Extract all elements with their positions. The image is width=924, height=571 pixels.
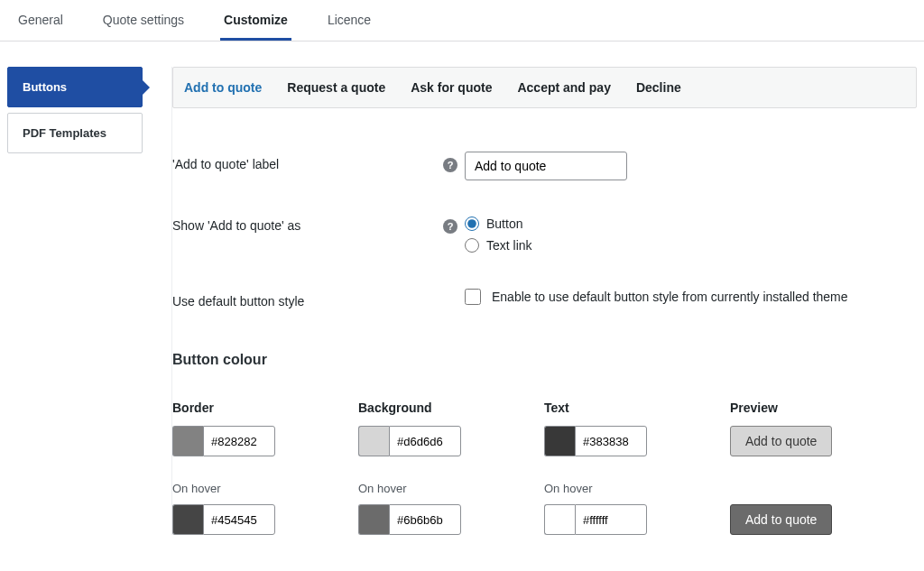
head-preview: Preview <box>730 401 894 426</box>
tab-general[interactable]: General <box>14 0 67 41</box>
row-show-as: Show 'Add to quote' as ? Button Text lin… <box>172 197 917 272</box>
cell-text-hover: On hover <box>544 482 708 535</box>
content-panel: Add to quote Request a quote Ask for quo… <box>171 67 917 535</box>
radio-button[interactable] <box>465 216 479 231</box>
label-on-hover-border: On hover <box>172 482 337 504</box>
cell-border: Border <box>172 401 337 456</box>
side-nav: Buttons PDF Templates <box>7 67 143 535</box>
cell-preview: Preview Add to quote <box>730 401 894 456</box>
radio-button-option[interactable]: Button <box>465 213 917 235</box>
head-border: Border <box>172 401 337 426</box>
head-text: Text <box>544 401 708 426</box>
section-title-button-colour: Button colour <box>172 325 917 375</box>
cell-background: Background <box>358 401 522 456</box>
radio-text-link-label: Text link <box>486 238 532 253</box>
label-show-as: Show 'Add to quote' as <box>172 213 443 233</box>
tab-quote-settings[interactable]: Quote settings <box>99 0 188 41</box>
swatch-text-hover[interactable] <box>544 504 575 535</box>
top-tabs: General Quote settings Customize Licence <box>0 0 924 41</box>
help-icon[interactable]: ? <box>443 158 457 172</box>
head-background: Background <box>358 401 522 426</box>
input-border-hover[interactable] <box>203 504 275 535</box>
input-text-hover[interactable] <box>575 504 647 535</box>
row-default-style: Use default button style Enable to use d… <box>172 272 917 325</box>
radio-button-label: Button <box>486 216 522 231</box>
inner-tab-add-to-quote[interactable]: Add to quote <box>184 80 262 95</box>
swatch-background-hover[interactable] <box>358 504 389 535</box>
default-style-description: Enable to use default button style from … <box>492 290 848 304</box>
swatch-border[interactable] <box>172 426 203 456</box>
label-on-hover-background: On hover <box>358 482 522 504</box>
inner-tab-accept-and-pay[interactable]: Accept and pay <box>517 80 610 95</box>
inner-tab-decline[interactable]: Decline <box>636 80 681 95</box>
color-grid: Border Background Text <box>172 375 894 535</box>
cell-text: Text <box>544 401 708 456</box>
add-to-quote-label-input[interactable] <box>465 152 627 180</box>
inner-tab-ask-for-quote[interactable]: Ask for quote <box>411 80 492 95</box>
input-background-hover[interactable] <box>389 504 461 535</box>
input-text[interactable] <box>575 426 647 456</box>
cell-border-hover: On hover <box>172 482 337 535</box>
main-area: Buttons PDF Templates Add to quote Reque… <box>0 41 924 535</box>
row-label: 'Add to quote' label ? <box>172 135 917 197</box>
sidebar-item-pdf-templates[interactable]: PDF Templates <box>7 113 143 153</box>
form-area: 'Add to quote' label ? Show 'Add to quot… <box>172 108 917 535</box>
radio-text-link[interactable] <box>465 238 479 253</box>
swatch-background[interactable] <box>358 426 389 456</box>
preview-button: Add to quote <box>730 426 832 456</box>
radio-text-link-option[interactable]: Text link <box>465 235 917 256</box>
tab-licence[interactable]: Licence <box>324 0 374 41</box>
inner-tabs: Add to quote Request a quote Ask for quo… <box>172 67 917 108</box>
sidebar-item-buttons[interactable]: Buttons <box>7 67 143 107</box>
cell-preview-hover: Add to quote <box>730 482 894 535</box>
label-default-style: Use default button style <box>172 289 443 309</box>
default-style-checkbox[interactable] <box>465 289 481 305</box>
preview-button-hover: Add to quote <box>730 504 832 535</box>
label-preview-hover-spacer <box>730 482 894 504</box>
input-background[interactable] <box>389 426 461 456</box>
tab-customize[interactable]: Customize <box>220 0 291 41</box>
swatch-text[interactable] <box>544 426 575 456</box>
inner-tab-request-a-quote[interactable]: Request a quote <box>287 80 385 95</box>
label-on-hover-text: On hover <box>544 482 708 504</box>
cell-background-hover: On hover <box>358 482 522 535</box>
input-border[interactable] <box>203 426 275 456</box>
swatch-border-hover[interactable] <box>172 504 203 535</box>
label-add-to-quote-label: 'Add to quote' label <box>172 152 443 171</box>
help-icon[interactable]: ? <box>443 219 457 234</box>
